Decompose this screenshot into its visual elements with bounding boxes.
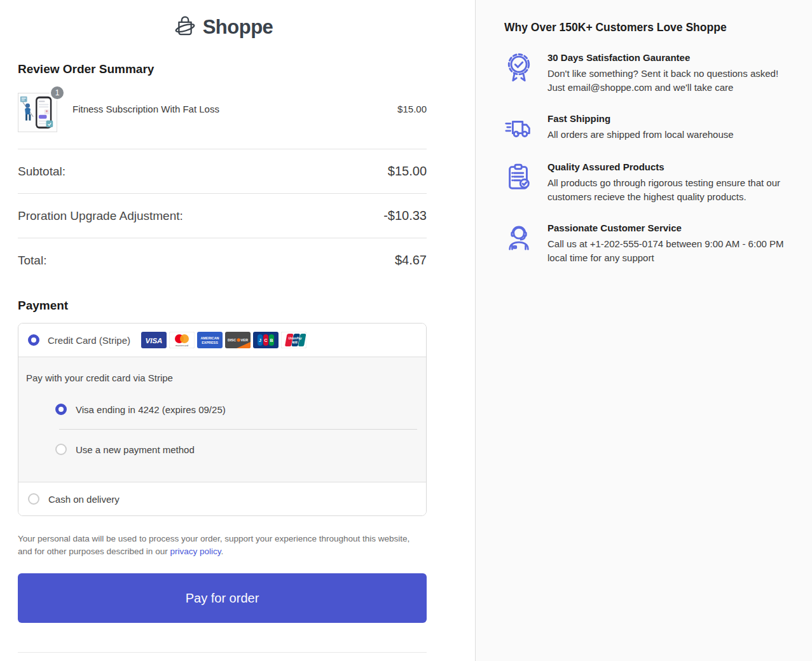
benefit-title: Fast Shipping xyxy=(547,113,734,124)
subtotal-row: Subtotal: $15.00 xyxy=(18,149,427,194)
benefit-desc: Don't like something? Sent it back no qu… xyxy=(547,67,795,95)
payment-option-credit-card[interactable]: Credit Card (Stripe) VISA mastercard xyxy=(18,324,426,357)
product-image xyxy=(18,93,57,132)
visa-icon: VISA xyxy=(141,332,167,348)
subtotal-value: $15.00 xyxy=(388,164,427,179)
credit-card-label: Credit Card (Stripe) xyxy=(48,335,130,346)
unionpay-icon: UnionPay 银联 xyxy=(281,332,306,348)
credit-card-radio[interactable] xyxy=(28,334,39,346)
brand-logo: Shoppe xyxy=(18,0,427,42)
proration-value: -$10.33 xyxy=(383,208,427,223)
cash-on-delivery-option[interactable]: Cash on delivery xyxy=(18,482,426,515)
svg-text:J: J xyxy=(259,338,261,343)
saved-card-radio[interactable] xyxy=(55,404,67,415)
cash-on-delivery-label: Cash on delivery xyxy=(48,494,120,505)
svg-text:VISA: VISA xyxy=(146,337,163,344)
benefit-shipping: Fast Shipping All orders are shipped fro… xyxy=(504,113,795,143)
benefit-quality: Quality Assured Products All products go… xyxy=(504,161,795,204)
truck-icon xyxy=(504,113,533,143)
order-summary-title: Review Order Summary xyxy=(18,62,427,76)
shopping-bag-icon xyxy=(172,13,198,42)
saved-card-label: Visa ending in 4242 (expires 09/25) xyxy=(76,404,226,415)
stripe-panel: Pay with your credit card via Stripe Vis… xyxy=(18,357,426,482)
new-payment-method-radio[interactable] xyxy=(55,444,67,455)
svg-text:B: B xyxy=(270,338,273,343)
new-payment-method-option[interactable]: Use a new payment method xyxy=(55,439,417,460)
benefit-desc: Call us at +1-202-555-0174 between 9:00 … xyxy=(547,237,795,265)
product-name: Fitness Subscription With Fat Loss xyxy=(72,104,397,114)
product-price: $15.00 xyxy=(397,104,427,114)
pay-for-order-button[interactable]: Pay for order xyxy=(18,573,427,623)
svg-text:VER: VER xyxy=(241,338,249,342)
benefit-title: 30 Days Satisfaction Gaurantee xyxy=(547,52,795,63)
divider xyxy=(59,429,417,430)
cash-on-delivery-radio[interactable] xyxy=(28,493,39,505)
benefit-desc: All products go through rigorous testing… xyxy=(547,176,795,204)
proration-row: Proration Upgrade Adjustment: -$10.33 xyxy=(18,194,427,238)
badge-check-icon xyxy=(504,52,533,95)
quantity-badge: 1 xyxy=(50,85,65,100)
benefits-sidebar: Why Over 150K+ Customers Love Shoppe 30 … xyxy=(475,0,812,661)
total-label: Total: xyxy=(18,254,46,268)
subtotal-label: Subtotal: xyxy=(18,165,65,179)
discover-icon: DISC VER xyxy=(225,332,251,348)
privacy-notice: Your personal data will be used to proce… xyxy=(18,533,415,558)
order-line-item: 1 Fitness Subscription With Fat Loss $15… xyxy=(18,93,427,149)
total-value: $4.67 xyxy=(395,253,427,268)
svg-text:UnionPay: UnionPay xyxy=(288,337,302,340)
card-brand-logos: VISA mastercard AMERICAN EXPRESS xyxy=(141,332,306,348)
checkout-page: Shoppe Review Order Summary xyxy=(0,0,812,661)
svg-text:EXPRESS: EXPRESS xyxy=(202,341,218,344)
benefit-desc: All orders are shipped from local wareho… xyxy=(547,128,734,142)
benefit-title: Passionate Customer Service xyxy=(547,222,795,233)
svg-text:AMERICAN: AMERICAN xyxy=(201,336,219,340)
benefits-title: Why Over 150K+ Customers Love Shoppe xyxy=(504,21,795,34)
total-row: Total: $4.67 xyxy=(18,238,427,282)
payment-methods-box: Credit Card (Stripe) VISA mastercard xyxy=(18,323,427,516)
clipboard-check-icon xyxy=(504,161,533,204)
benefit-satisfaction: 30 Days Satisfaction Gaurantee Don't lik… xyxy=(504,52,795,95)
stripe-note: Pay with your credit card via Stripe xyxy=(26,372,417,383)
saved-card-option[interactable]: Visa ending in 4242 (expires 09/25) xyxy=(55,399,417,420)
svg-text:银联: 银联 xyxy=(292,341,298,344)
privacy-policy-link[interactable]: privacy policy xyxy=(170,547,221,556)
svg-text:DISC: DISC xyxy=(228,338,236,342)
proration-label: Proration Upgrade Adjustment: xyxy=(18,209,183,223)
headset-agent-icon xyxy=(504,222,533,265)
product-thumbnail: 1 xyxy=(18,93,57,132)
svg-text:C: C xyxy=(265,338,268,343)
new-payment-method-label: Use a new payment method xyxy=(76,444,195,455)
brand-name: Shoppe xyxy=(203,16,273,39)
amex-icon: AMERICAN EXPRESS xyxy=(197,332,223,348)
checkout-main-column: Shoppe Review Order Summary xyxy=(0,0,475,661)
benefit-title: Quality Assured Products xyxy=(547,161,795,172)
svg-text:mastercard: mastercard xyxy=(175,344,188,347)
payment-title: Payment xyxy=(18,299,427,313)
footer-links: Refund Policy Privacy Policy Terms of Se… xyxy=(18,652,427,661)
benefit-support: Passionate Customer Service Call us at +… xyxy=(504,222,795,265)
jcb-icon: J C B xyxy=(253,332,279,348)
mastercard-icon: mastercard xyxy=(169,332,195,348)
